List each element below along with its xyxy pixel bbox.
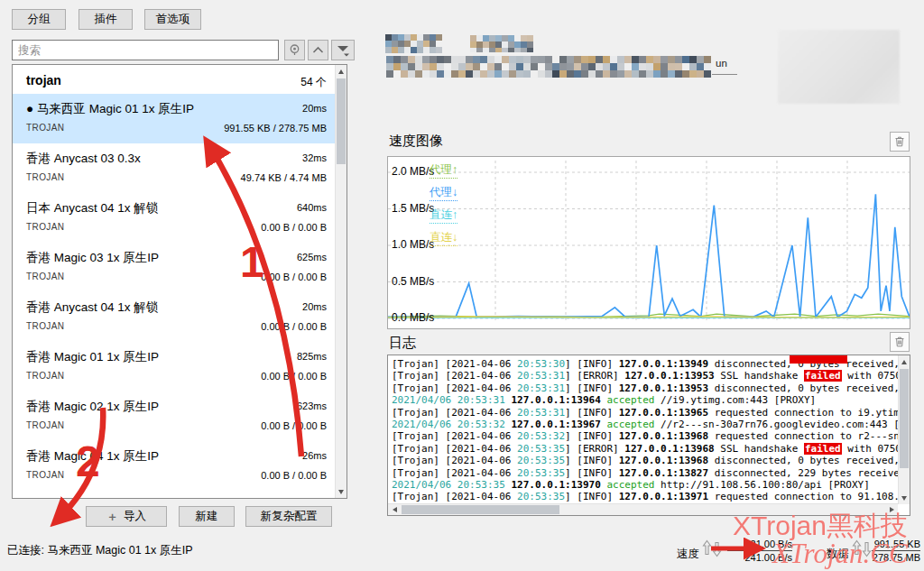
server-protocol-badge: TROJAN	[26, 272, 64, 282]
search-input[interactable]	[12, 40, 279, 60]
mosaic-cell	[516, 56, 523, 63]
mosaic-cell	[545, 70, 552, 78]
server-subrow: TROJAN0.00 B / 0.00 B	[26, 420, 327, 431]
log-view[interactable]: [Trojan] [2021-04-06 20:53:30] [INFO] 12…	[387, 355, 910, 516]
mosaic-cell	[430, 70, 437, 78]
mosaic-cell	[422, 70, 430, 78]
server-ping: 625ms	[297, 252, 327, 262]
server-item[interactable]: 香港 Magic 04 1x 原生IP26msTROJAN0.00 B / 0.…	[13, 441, 336, 491]
mosaic-cell	[527, 41, 533, 48]
log-horizontal-scrollbar[interactable]	[388, 503, 898, 515]
clear-log-button[interactable]	[890, 332, 910, 352]
mosaic-cell	[661, 70, 668, 78]
mosaic-cell	[596, 56, 603, 63]
mosaic-cell	[514, 48, 521, 52]
mosaic-cell	[588, 63, 596, 70]
server-item[interactable]: 香港 Anycast 03 0.3x32msTROJAN49.74 KB / 4…	[13, 143, 336, 193]
scroll-down-button[interactable]	[336, 485, 346, 498]
mosaic-cell	[470, 41, 476, 48]
log-vertical-scrollbar[interactable]	[898, 355, 910, 504]
server-item[interactable]: 香港 Magic 03 1x 原生IP625msTROJAN0.00 B / 0…	[13, 243, 336, 292]
server-items: ● 马来西亚 Magic 01 1x 原生IP20msTROJAN991.55 …	[13, 94, 336, 491]
scroll-down-button[interactable]	[899, 492, 910, 504]
mosaic-cell	[487, 70, 494, 78]
new-complex-config-button[interactable]: 新复杂配置	[245, 506, 332, 527]
mosaic-cell	[386, 70, 393, 78]
legend-item[interactable]: 代理↓	[430, 185, 457, 201]
mosaic-cell	[668, 70, 675, 78]
legend-item[interactable]: 直连↑	[430, 207, 457, 224]
log-line: 2021/04/06 20:53:35 127.0.0.1:13970 acce…	[392, 479, 898, 491]
tab-plugins-button[interactable]: 插件	[79, 9, 133, 30]
sort-menu-button[interactable]	[331, 40, 355, 60]
censored-mosaic	[385, 34, 442, 53]
mosaic-cell	[415, 70, 422, 78]
import-button[interactable]: ＋ 导入	[86, 506, 167, 527]
mosaic-cell	[603, 56, 610, 63]
mosaic-cell	[603, 63, 610, 70]
mosaic-cell	[552, 56, 559, 63]
mosaic-cell	[385, 47, 392, 53]
import-button-label: 导入	[124, 509, 146, 524]
upload-speed: 321.00 B/s	[727, 539, 792, 551]
mosaic-cell	[581, 63, 588, 70]
mosaic-cell	[444, 63, 451, 70]
mosaic-cell	[646, 63, 653, 70]
server-item[interactable]: 香港 Magic 01 1x 原生IP825msTROJAN0.00 B / 0…	[13, 342, 336, 391]
scroll-up-button[interactable]	[899, 355, 910, 368]
mosaic-cell	[588, 56, 596, 63]
server-list-scrollbar[interactable]	[335, 65, 346, 498]
mosaic-cell	[523, 70, 531, 78]
scrollbar-thumb[interactable]	[337, 78, 346, 164]
scrollbar-thumb[interactable]	[402, 505, 559, 514]
server-subrow: TROJAN49.74 KB / 4.74 MB	[26, 172, 327, 183]
latency-test-button[interactable]	[284, 40, 305, 60]
server-item[interactable]: 香港 Magic 02 1x 原生IP623msTROJAN0.00 B / 0…	[13, 391, 336, 441]
new-button[interactable]: 新建	[179, 506, 235, 527]
speed-graph-title: 速度图像	[389, 133, 443, 150]
server-protocol-badge: TROJAN	[26, 321, 64, 332]
scroll-left-button[interactable]	[388, 504, 401, 515]
mosaic-cell	[545, 63, 552, 70]
y-axis-label: 0.0 MB/s	[392, 311, 434, 324]
server-ping: 623ms	[297, 401, 327, 411]
collapse-button[interactable]	[308, 40, 328, 60]
mosaic-cell	[531, 70, 538, 78]
tab-groups-button[interactable]: 分组	[12, 9, 66, 30]
server-group-header[interactable]: trojan 54 个	[13, 65, 346, 94]
mosaic-cell	[516, 63, 523, 70]
server-protocol-badge: TROJAN	[26, 470, 64, 481]
mosaic-cell	[581, 70, 588, 78]
mosaic-cell	[521, 48, 527, 52]
server-subrow: TROJAN0.00 B / 0.00 B	[26, 470, 327, 481]
mosaic-cell	[527, 48, 533, 52]
mosaic-cell	[581, 56, 588, 63]
mosaic-cell	[437, 63, 444, 70]
mosaic-cell	[639, 56, 646, 63]
legend-item[interactable]: 直连↓	[430, 230, 457, 246]
scroll-up-button[interactable]	[336, 65, 346, 78]
mosaic-cell	[408, 70, 415, 78]
mosaic-cell	[430, 34, 436, 41]
clear-graph-button[interactable]	[890, 132, 910, 152]
scrollbar-thumb[interactable]	[900, 369, 909, 468]
mosaic-cell	[436, 47, 442, 53]
mosaic-cell	[521, 35, 527, 41]
y-axis-label: 2.0 MB/s	[392, 165, 434, 178]
server-item[interactable]: ● 马来西亚 Magic 01 1x 原生IP20msTROJAN991.55 …	[13, 94, 336, 143]
mosaic-cell	[393, 56, 401, 63]
tab-preferences-button[interactable]: 首选项	[144, 9, 201, 30]
mosaic-cell	[668, 56, 675, 63]
censored-mosaic	[386, 56, 715, 78]
mosaic-cell	[451, 70, 458, 78]
chevron-up-icon	[312, 46, 324, 54]
server-item[interactable]: 香港 Anycast 04 1x 解锁20msTROJAN0.00 B / 0.…	[13, 292, 336, 342]
mosaic-cell	[632, 56, 639, 63]
scroll-right-button[interactable]	[885, 504, 898, 515]
chart-legend: 代理↑代理↓直连↑直连↓	[430, 162, 457, 253]
server-list: trojan 54 个 ● 马来西亚 Magic 01 1x 原生IP20msT…	[12, 64, 347, 499]
speed-readout: 321.00 B/s 241.00 B/s	[727, 539, 792, 563]
server-item[interactable]: 日本 Anycast 04 1x 解锁640msTROJAN0.00 B / 0…	[13, 193, 336, 243]
mosaic-cell	[487, 56, 494, 63]
legend-item[interactable]: 代理↑	[430, 162, 457, 179]
